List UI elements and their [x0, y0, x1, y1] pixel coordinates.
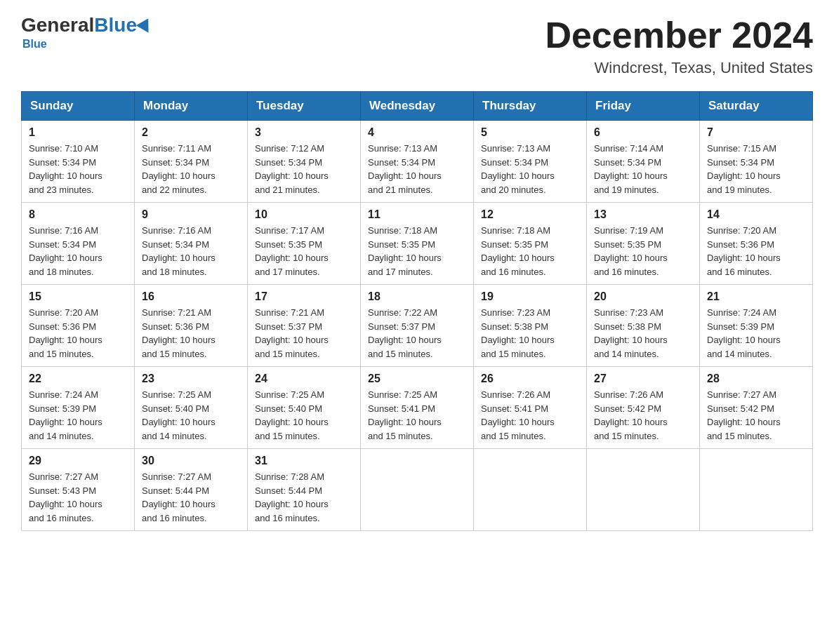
logo-triangle-icon [136, 18, 154, 36]
logo-blue-text: Blue [94, 14, 137, 36]
logo-text: General Blue [21, 14, 152, 36]
col-header-thursday: Thursday [474, 92, 587, 121]
col-header-tuesday: Tuesday [248, 92, 361, 121]
calendar-week-row: 22 Sunrise: 7:24 AM Sunset: 5:39 PM Dayl… [22, 367, 813, 449]
day-number: 9 [142, 208, 240, 221]
day-number: 19 [481, 290, 579, 303]
col-header-wednesday: Wednesday [361, 92, 474, 121]
calendar-cell: 23 Sunrise: 7:25 AM Sunset: 5:40 PM Dayl… [135, 367, 248, 449]
calendar-cell: 30 Sunrise: 7:27 AM Sunset: 5:44 PM Dayl… [135, 449, 248, 531]
day-info: Sunrise: 7:23 AM Sunset: 5:38 PM Dayligh… [594, 306, 692, 361]
day-number: 2 [142, 126, 240, 139]
day-number: 29 [29, 455, 127, 467]
day-info: Sunrise: 7:20 AM Sunset: 5:36 PM Dayligh… [29, 306, 127, 361]
col-header-sunday: Sunday [22, 92, 135, 121]
day-number: 3 [255, 126, 353, 139]
calendar-week-row: 15 Sunrise: 7:20 AM Sunset: 5:36 PM Dayl… [22, 285, 813, 367]
logo-blue-part: Blue [94, 14, 152, 36]
calendar-cell: 19 Sunrise: 7:23 AM Sunset: 5:38 PM Dayl… [474, 285, 587, 367]
month-title: December 2024 [545, 14, 813, 56]
day-number: 22 [29, 373, 127, 385]
day-info: Sunrise: 7:21 AM Sunset: 5:37 PM Dayligh… [255, 306, 353, 361]
calendar-cell [700, 449, 813, 531]
day-info: Sunrise: 7:13 AM Sunset: 5:34 PM Dayligh… [368, 142, 466, 196]
calendar-cell: 2 Sunrise: 7:11 AM Sunset: 5:34 PM Dayli… [135, 121, 248, 203]
calendar-cell: 20 Sunrise: 7:23 AM Sunset: 5:38 PM Dayl… [587, 285, 700, 367]
day-info: Sunrise: 7:15 AM Sunset: 5:34 PM Dayligh… [707, 142, 805, 196]
day-number: 21 [707, 290, 805, 303]
day-info: Sunrise: 7:14 AM Sunset: 5:34 PM Dayligh… [594, 142, 692, 196]
day-number: 17 [255, 290, 353, 303]
day-info: Sunrise: 7:21 AM Sunset: 5:36 PM Dayligh… [142, 306, 240, 361]
col-header-saturday: Saturday [700, 92, 813, 121]
calendar-cell: 7 Sunrise: 7:15 AM Sunset: 5:34 PM Dayli… [700, 121, 813, 203]
day-number: 24 [255, 373, 353, 385]
day-info: Sunrise: 7:25 AM Sunset: 5:40 PM Dayligh… [142, 388, 240, 443]
day-info: Sunrise: 7:25 AM Sunset: 5:41 PM Dayligh… [368, 388, 466, 443]
day-number: 31 [255, 455, 353, 467]
day-info: Sunrise: 7:25 AM Sunset: 5:40 PM Dayligh… [255, 388, 353, 443]
day-number: 18 [368, 290, 466, 303]
logo-general: General [21, 14, 94, 36]
day-info: Sunrise: 7:27 AM Sunset: 5:44 PM Dayligh… [142, 470, 240, 525]
calendar-cell: 8 Sunrise: 7:16 AM Sunset: 5:34 PM Dayli… [22, 203, 135, 285]
calendar-cell: 25 Sunrise: 7:25 AM Sunset: 5:41 PM Dayl… [361, 367, 474, 449]
calendar-cell: 1 Sunrise: 7:10 AM Sunset: 5:34 PM Dayli… [22, 121, 135, 203]
day-info: Sunrise: 7:24 AM Sunset: 5:39 PM Dayligh… [29, 388, 127, 443]
calendar-cell [587, 449, 700, 531]
day-number: 14 [707, 208, 805, 221]
day-number: 15 [29, 290, 127, 303]
page-header: General Blue Blue December 2024 Windcres… [21, 14, 813, 77]
logo: General Blue Blue [21, 14, 152, 51]
day-info: Sunrise: 7:18 AM Sunset: 5:35 PM Dayligh… [481, 224, 579, 279]
day-info: Sunrise: 7:26 AM Sunset: 5:41 PM Dayligh… [481, 388, 579, 443]
day-info: Sunrise: 7:27 AM Sunset: 5:42 PM Dayligh… [707, 388, 805, 443]
day-number: 28 [707, 373, 805, 385]
day-number: 6 [594, 126, 692, 139]
calendar-cell: 10 Sunrise: 7:17 AM Sunset: 5:35 PM Dayl… [248, 203, 361, 285]
calendar-cell: 9 Sunrise: 7:16 AM Sunset: 5:34 PM Dayli… [135, 203, 248, 285]
day-number: 30 [142, 455, 240, 467]
calendar-cell: 6 Sunrise: 7:14 AM Sunset: 5:34 PM Dayli… [587, 121, 700, 203]
day-info: Sunrise: 7:22 AM Sunset: 5:37 PM Dayligh… [368, 306, 466, 361]
day-info: Sunrise: 7:11 AM Sunset: 5:34 PM Dayligh… [142, 142, 240, 196]
day-number: 13 [594, 208, 692, 221]
day-info: Sunrise: 7:26 AM Sunset: 5:42 PM Dayligh… [594, 388, 692, 443]
calendar-cell: 29 Sunrise: 7:27 AM Sunset: 5:43 PM Dayl… [22, 449, 135, 531]
day-number: 1 [29, 126, 127, 139]
calendar-cell: 3 Sunrise: 7:12 AM Sunset: 5:34 PM Dayli… [248, 121, 361, 203]
calendar-cell: 22 Sunrise: 7:24 AM Sunset: 5:39 PM Dayl… [22, 367, 135, 449]
day-number: 27 [594, 373, 692, 385]
col-header-friday: Friday [587, 92, 700, 121]
calendar-cell: 24 Sunrise: 7:25 AM Sunset: 5:40 PM Dayl… [248, 367, 361, 449]
day-info: Sunrise: 7:10 AM Sunset: 5:34 PM Dayligh… [29, 142, 127, 196]
day-info: Sunrise: 7:20 AM Sunset: 5:36 PM Dayligh… [707, 224, 805, 279]
day-number: 7 [707, 126, 805, 139]
calendar-cell: 13 Sunrise: 7:19 AM Sunset: 5:35 PM Dayl… [587, 203, 700, 285]
location-title: Windcrest, Texas, United States [545, 59, 813, 77]
day-info: Sunrise: 7:18 AM Sunset: 5:35 PM Dayligh… [368, 224, 466, 279]
calendar-cell: 16 Sunrise: 7:21 AM Sunset: 5:36 PM Dayl… [135, 285, 248, 367]
calendar-cell: 21 Sunrise: 7:24 AM Sunset: 5:39 PM Dayl… [700, 285, 813, 367]
day-info: Sunrise: 7:23 AM Sunset: 5:38 PM Dayligh… [481, 306, 579, 361]
day-info: Sunrise: 7:24 AM Sunset: 5:39 PM Dayligh… [707, 306, 805, 361]
day-number: 16 [142, 290, 240, 303]
day-number: 8 [29, 208, 127, 221]
day-info: Sunrise: 7:27 AM Sunset: 5:43 PM Dayligh… [29, 470, 127, 525]
calendar-cell: 27 Sunrise: 7:26 AM Sunset: 5:42 PM Dayl… [587, 367, 700, 449]
day-number: 23 [142, 373, 240, 385]
calendar-cell: 14 Sunrise: 7:20 AM Sunset: 5:36 PM Dayl… [700, 203, 813, 285]
calendar-header-row: SundayMondayTuesdayWednesdayThursdayFrid… [22, 92, 813, 121]
day-number: 20 [594, 290, 692, 303]
calendar-cell: 17 Sunrise: 7:21 AM Sunset: 5:37 PM Dayl… [248, 285, 361, 367]
calendar-cell [474, 449, 587, 531]
day-number: 26 [481, 373, 579, 385]
day-info: Sunrise: 7:12 AM Sunset: 5:34 PM Dayligh… [255, 142, 353, 196]
calendar-cell: 5 Sunrise: 7:13 AM Sunset: 5:34 PM Dayli… [474, 121, 587, 203]
calendar-cell: 18 Sunrise: 7:22 AM Sunset: 5:37 PM Dayl… [361, 285, 474, 367]
day-info: Sunrise: 7:19 AM Sunset: 5:35 PM Dayligh… [594, 224, 692, 279]
day-number: 25 [368, 373, 466, 385]
calendar-week-row: 1 Sunrise: 7:10 AM Sunset: 5:34 PM Dayli… [22, 121, 813, 203]
calendar-cell: 28 Sunrise: 7:27 AM Sunset: 5:42 PM Dayl… [700, 367, 813, 449]
day-info: Sunrise: 7:17 AM Sunset: 5:35 PM Dayligh… [255, 224, 353, 279]
